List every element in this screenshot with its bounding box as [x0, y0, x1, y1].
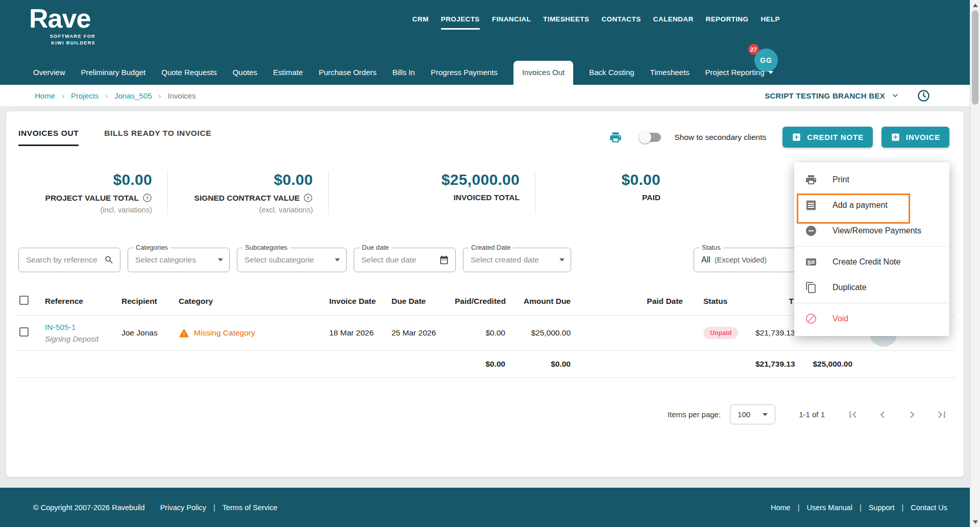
nav-projects[interactable]: PROJECTS: [441, 15, 480, 30]
cell-amount-due: $25,000.00: [510, 316, 576, 351]
tab-invoices-out-content[interactable]: INVOICES OUT: [18, 129, 79, 146]
col-due-date[interactable]: Due Date: [386, 290, 450, 316]
notification-badge[interactable]: 27: [748, 44, 759, 55]
nav-calendar[interactable]: CALENDAR: [653, 15, 694, 28]
tab-back-costing[interactable]: Back Costing: [589, 61, 634, 85]
tab-invoices-out[interactable]: Invoices Out: [513, 61, 573, 85]
tab-progress-payments[interactable]: Progress Payments: [431, 61, 498, 85]
col-invoice-date[interactable]: Invoice Date: [324, 290, 386, 316]
col-amount-due[interactable]: Amount Due: [510, 290, 576, 316]
missing-category-warning[interactable]: Missing Category: [179, 328, 319, 339]
next-page-icon[interactable]: [905, 408, 919, 421]
footer-support[interactable]: Support: [869, 504, 895, 512]
invoice-reference-link[interactable]: IN-505-1: [45, 323, 111, 332]
invoice-tabs: INVOICES OUT BILLS READY TO INVOICE: [14, 129, 211, 146]
col-status[interactable]: Status: [688, 290, 750, 316]
rave-logo[interactable]: Rave SOFTWARE FOR KIWI BUILDERS: [29, 4, 95, 46]
tab-bills-ready[interactable]: BILLS READY TO INVOICE: [104, 129, 211, 146]
scrollbar-thumb[interactable]: [972, 10, 978, 105]
col-reference[interactable]: Reference: [40, 290, 116, 316]
credit-note-button[interactable]: CREDIT NOTE: [782, 127, 872, 148]
categories-value: Select categories: [135, 255, 214, 265]
block-icon: [805, 313, 817, 325]
menu-item-print[interactable]: Print: [794, 167, 949, 193]
chevron-down-icon[interactable]: [890, 90, 900, 101]
crumb-project[interactable]: Jonas_505: [114, 91, 152, 100]
crumb-home[interactable]: Home: [35, 91, 55, 100]
search-icon[interactable]: [104, 254, 114, 266]
select-all-checkbox[interactable]: [19, 296, 29, 305]
footer-separator: |: [860, 504, 862, 512]
help-icon[interactable]: ?: [303, 193, 313, 203]
col-category[interactable]: Category: [174, 290, 324, 316]
prev-page-icon[interactable]: [876, 408, 889, 421]
row-checkbox[interactable]: [19, 327, 29, 337]
breadcrumb-separator: ›: [62, 91, 64, 100]
footer-home[interactable]: Home: [771, 504, 791, 512]
tab-quote-requests[interactable]: Quote Requests: [161, 61, 216, 85]
col-paid-credited[interactable]: Paid/Credited: [450, 290, 510, 316]
receipt-icon: [805, 199, 817, 211]
nav-crm[interactable]: CRM: [412, 15, 429, 28]
search-input[interactable]: [26, 255, 104, 265]
due-date-filter[interactable]: Due date Select due date: [354, 248, 456, 272]
per-page-select[interactable]: 100: [730, 404, 775, 424]
crumb-projects[interactable]: Projects: [71, 91, 99, 100]
tab-bills-in[interactable]: Bills In: [393, 61, 415, 85]
menu-item-view-remove-payments[interactable]: View/Remove Payments: [794, 218, 949, 244]
logo-tagline: SOFTWARE FOR KIWI BUILDERS: [29, 33, 95, 46]
stat-invoiced-total: $25,000.00 INVOICED TOTAL: [328, 171, 535, 214]
last-page-icon[interactable]: [935, 408, 948, 421]
footer-terms[interactable]: Terms of Service: [223, 504, 278, 512]
scroll-down-arrow[interactable]: [970, 517, 980, 526]
tab-quotes[interactable]: Quotes: [233, 61, 257, 85]
nav-help[interactable]: HELP: [761, 15, 780, 28]
scroll-up-arrow[interactable]: [970, 1, 980, 10]
menu-label-void: Void: [832, 314, 848, 323]
invoice-button[interactable]: INVOICE: [881, 127, 949, 148]
col-recipient[interactable]: Recipient: [116, 290, 174, 316]
status-filter[interactable]: Status All(Except Voided): [694, 248, 803, 272]
help-icon[interactable]: ?: [142, 193, 152, 203]
cell-due-date: 25 Mar 2026: [386, 316, 450, 351]
add-box-icon: [891, 132, 900, 142]
menu-item-duplicate[interactable]: Duplicate: [794, 275, 949, 300]
menu-item-create-credit-note[interactable]: $ Create Credit Note: [794, 249, 949, 275]
svg-text:?: ?: [146, 195, 149, 201]
tab-timesheets[interactable]: Timesheets: [650, 61, 690, 85]
stat-value: $0.00: [14, 171, 152, 188]
nav-reporting[interactable]: REPORTING: [706, 15, 749, 28]
nav-contacts[interactable]: CONTACTS: [601, 15, 641, 28]
stat-label: PAID: [642, 193, 660, 202]
col-total-excl[interactable]: T: [750, 290, 799, 316]
logo-text: Rave: [29, 4, 95, 33]
tab-overview[interactable]: Overview: [33, 61, 65, 85]
nav-timesheets[interactable]: TIMESHEETS: [543, 15, 589, 28]
col-paid-date[interactable]: Paid Date: [576, 290, 688, 316]
footer-contact-us[interactable]: Contact Us: [911, 504, 947, 512]
branch-selector[interactable]: SCRIPT TESTING BRANCH BEX: [765, 91, 885, 100]
first-page-icon[interactable]: [846, 408, 860, 421]
footer-users-manual[interactable]: Users Manual: [806, 504, 852, 512]
status-value: All(Except Voided): [701, 255, 797, 265]
history-clock-icon[interactable]: [917, 89, 930, 103]
subcategories-filter[interactable]: Subcategories Select subcategorie: [237, 248, 347, 272]
menu-label-create-credit-note: Create Credit Note: [832, 257, 900, 267]
tab-preliminary-budget[interactable]: Preliminary Budget: [81, 61, 146, 85]
tab-project-reporting[interactable]: Project Reporting: [705, 61, 773, 85]
menu-item-void[interactable]: Void: [794, 306, 949, 331]
categories-filter[interactable]: Categories Select categories: [128, 248, 230, 272]
print-icon[interactable]: [609, 131, 622, 144]
footer-privacy-policy[interactable]: Privacy Policy: [160, 504, 206, 512]
show-secondary-toggle[interactable]: [641, 133, 661, 142]
vertical-scrollbar[interactable]: [970, 0, 980, 527]
svg-text:?: ?: [307, 195, 310, 201]
menu-divider: [794, 303, 949, 303]
tab-purchase-orders[interactable]: Purchase Orders: [318, 61, 376, 85]
created-date-filter[interactable]: Created Date Select created date: [463, 248, 571, 272]
menu-item-add-payment[interactable]: Add a payment: [794, 193, 949, 218]
breadcrumb-separator: ›: [105, 91, 108, 100]
total-excl: $21,739.13: [750, 351, 799, 378]
tab-estimate[interactable]: Estimate: [273, 61, 303, 85]
nav-financial[interactable]: FINANCIAL: [492, 15, 531, 28]
